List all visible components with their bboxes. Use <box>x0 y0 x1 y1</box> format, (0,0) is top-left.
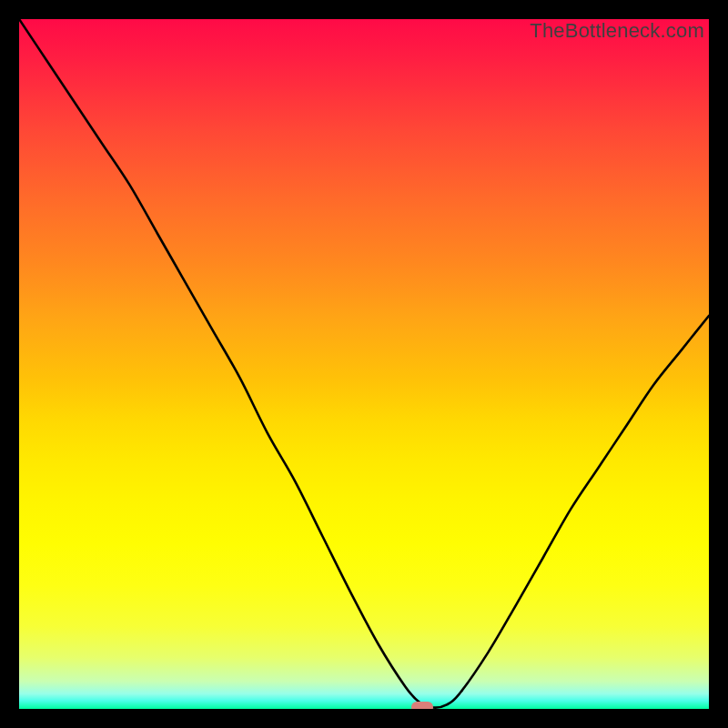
minimum-marker <box>411 702 433 709</box>
bottleneck-curve <box>19 19 709 709</box>
chart-outer-frame: TheBottleneck.com <box>0 0 728 728</box>
plot-area: TheBottleneck.com <box>19 19 709 709</box>
